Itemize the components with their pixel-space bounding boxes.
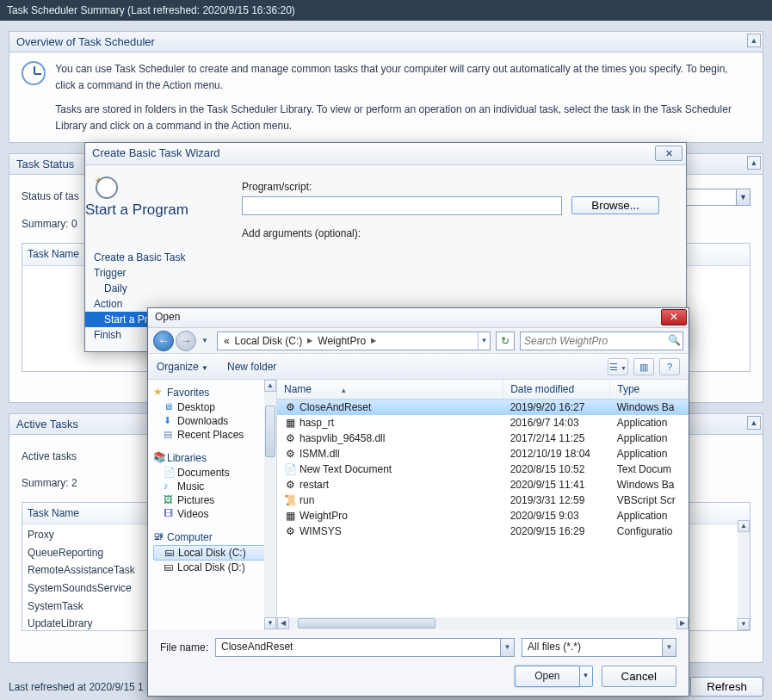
collapse-icon[interactable]: ▲ [747, 156, 761, 170]
filetype-value: All files (*.*) [528, 641, 581, 653]
col-date[interactable]: Date modified [503, 380, 610, 400]
scroll-thumb[interactable] [298, 618, 435, 629]
overview-p2: Tasks are stored in folders in the Task … [55, 102, 746, 133]
search-icon[interactable]: 🔍 [667, 334, 681, 348]
open-button-dropdown[interactable]: ▼ [579, 666, 593, 687]
step-create[interactable]: Create a Basic Task [85, 250, 233, 265]
tree-libraries[interactable]: 📚Libraries [153, 450, 275, 466]
scroll-down-icon[interactable]: ▼ [264, 617, 276, 629]
computer-icon: 🖳 [153, 530, 164, 542]
file-row[interactable]: ▦hasp_rt2016/9/7 14:03Application [277, 415, 689, 431]
tree-item[interactable]: ⬇Downloads [153, 414, 275, 428]
sort-icon[interactable]: ▲ [340, 387, 347, 394]
scroll-down-icon[interactable]: ▼ [738, 618, 750, 630]
task-status-heading-text: Task Status [16, 158, 74, 170]
search-input[interactable]: 🔍 [520, 331, 683, 350]
view-mode-button[interactable]: ☰ ▼ [608, 358, 628, 375]
wizard-heading: Start a Program [85, 201, 188, 219]
file-icon: 📜 [284, 494, 296, 506]
file-icon: ⚙ [284, 525, 296, 537]
search-field[interactable] [521, 332, 664, 350]
forward-icon[interactable]: → [176, 331, 196, 351]
open-toolbar: Organize ▼ New folder ☰ ▼ ▥ ? [148, 354, 689, 380]
address-dropdown-icon[interactable]: ▼ [478, 332, 490, 350]
overview-text: You can use Task Scheduler to create and… [55, 61, 746, 133]
chevron-down-icon[interactable]: ▼ [736, 189, 750, 205]
overview-panel: Overview of Task Scheduler ▲ You can use… [9, 31, 763, 143]
file-row[interactable]: ▦WeightPro2020/9/15 9:03Application [277, 508, 689, 523]
breadcrumb-seg[interactable]: Local Disk (C:) [232, 335, 306, 347]
filetype-combo[interactable]: All files (*.*)▼ [522, 638, 676, 657]
tree-computer[interactable]: 🖳Computer [153, 530, 275, 545]
file-icon: ⚙ [284, 401, 296, 413]
downloads-icon: ⬇ [164, 415, 171, 426]
program-input[interactable] [242, 196, 562, 215]
file-row[interactable]: ⚙ISMM.dll2012/10/19 18:04Application [277, 446, 689, 462]
drive-icon: 🖴 [164, 561, 173, 572]
tree-item[interactable]: 🖴Local Disk (D:) [153, 561, 275, 574]
back-icon[interactable]: ← [153, 331, 174, 351]
collapse-icon[interactable]: ▲ [747, 416, 761, 430]
preview-pane-button[interactable]: ▥ [633, 358, 654, 375]
file-row[interactable]: ⚙CloseAndReset2019/9/20 16:27Windows Ba [277, 400, 689, 416]
address-bar[interactable]: « Local Disk (C:) ▶ WeightPro ▶ ▼ [217, 331, 491, 350]
tree-item[interactable]: 🖼Pictures [153, 493, 275, 507]
scroll-thumb[interactable] [265, 406, 275, 457]
tree-scrollbar[interactable]: ▲▼ [264, 380, 276, 629]
open-button[interactable]: Open▼ [515, 666, 592, 687]
organize-menu[interactable]: Organize ▼ [157, 361, 208, 373]
col-type[interactable]: Type [610, 380, 689, 400]
filename-input[interactable]: CloseAndReset▼ [215, 638, 515, 657]
file-row[interactable]: ⚙WIMSYS2020/9/15 16:29Configuratio [277, 523, 689, 539]
collapse-icon[interactable]: ▲ [747, 34, 761, 47]
step-trigger[interactable]: Trigger [85, 265, 233, 281]
folder-tree[interactable]: ★Favorites 🖥Desktop ⬇Downloads ▤Recent P… [148, 380, 277, 629]
new-folder-button[interactable]: New folder [227, 361, 276, 373]
open-titlebar[interactable]: Open ✕ [148, 308, 689, 328]
scrollbar[interactable]: ▲▼ [738, 520, 750, 630]
file-row[interactable]: 📄New Text Document2020/8/15 10:52Text Do… [277, 462, 689, 477]
history-dropdown-icon[interactable]: ▼ [201, 337, 208, 344]
tree-item[interactable]: 📄Documents [153, 466, 275, 480]
breadcrumb-seg[interactable]: WeightPro [315, 335, 368, 347]
desktop-icon: 🖥 [164, 401, 173, 412]
overview-p1: You can use Task Scheduler to create and… [55, 61, 746, 93]
tree-item[interactable]: 🎞Videos [153, 507, 275, 521]
scroll-left-icon[interactable]: ◀ [277, 617, 289, 629]
tree-item[interactable]: ♪Music [153, 480, 275, 493]
file-row[interactable]: 📜run2019/3/31 12:59VBScript Scr [277, 492, 689, 508]
chevron-down-icon[interactable]: ▼ [500, 639, 514, 656]
browse-button[interactable]: Browse... [571, 196, 659, 214]
file-list[interactable]: Name ▲ Date modified Type ⚙CloseAndReset… [277, 380, 689, 629]
file-hscroll[interactable]: ◀▶ [277, 617, 689, 629]
nav-row: ← → ▼ « Local Disk (C:) ▶ WeightPro ▶ ▼ … [148, 328, 689, 354]
close-icon[interactable]: ✕ [661, 309, 687, 325]
open-button-main[interactable]: Open [515, 666, 578, 687]
open-footer: File name: CloseAndReset▼ All files (*.*… [148, 629, 689, 687]
file-row[interactable]: ⚙restart2020/9/15 11:41Windows Ba [277, 477, 689, 492]
scroll-up-icon[interactable]: ▲ [738, 520, 750, 532]
step-daily[interactable]: Daily [85, 281, 233, 296]
chevron-right-icon[interactable]: ▶ [305, 337, 315, 344]
tree-item[interactable]: 🖴Local Disk (C:) [153, 545, 275, 561]
refresh-button[interactable]: Refresh [690, 677, 763, 697]
pictures-icon: 🖼 [164, 494, 173, 505]
refresh-icon[interactable]: ↻ [496, 331, 515, 350]
close-icon[interactable]: ✕ [655, 146, 682, 161]
cancel-button[interactable]: Cancel [602, 666, 677, 687]
chevron-right-icon[interactable]: ▶ [368, 337, 379, 344]
library-icon: 📚 [153, 451, 166, 463]
scroll-right-icon[interactable]: ▶ [676, 617, 689, 629]
wizard-titlebar[interactable]: Create Basic Task Wizard ✕ [85, 143, 686, 165]
tree-favorites[interactable]: ★Favorites [153, 385, 275, 400]
help-icon[interactable]: ? [659, 358, 680, 375]
page-title-bar: Task Scheduler Summary (Last refreshed: … [0, 0, 772, 21]
overview-heading: Overview of Task Scheduler ▲ [9, 32, 763, 53]
music-icon: ♪ [164, 480, 169, 491]
col-name[interactable]: Name [284, 383, 312, 395]
tree-item[interactable]: ▤Recent Places [153, 428, 275, 442]
chevron-down-icon[interactable]: ▼ [662, 639, 676, 656]
tree-item[interactable]: 🖥Desktop [153, 400, 275, 414]
scroll-up-icon[interactable]: ▲ [264, 380, 276, 392]
file-row[interactable]: ⚙haspvlib_96458.dll2017/2/14 11:25Applic… [277, 431, 689, 446]
